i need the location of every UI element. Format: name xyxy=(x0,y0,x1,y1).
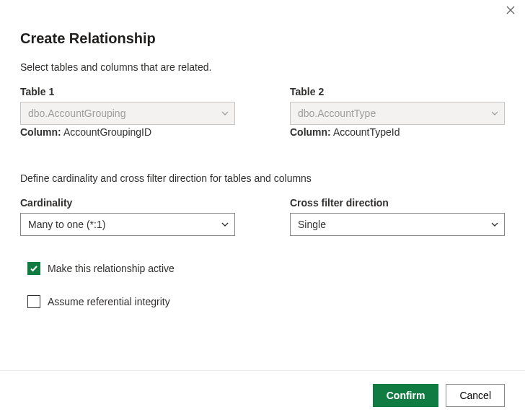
table2-column-label: Column: xyxy=(290,126,331,138)
referential-checkbox-row[interactable]: Assume referential integrity xyxy=(27,295,505,308)
active-checkbox-label: Make this relationship active xyxy=(48,263,175,274)
table2-select[interactable]: dbo.AccountType xyxy=(290,102,505,125)
chevron-down-icon xyxy=(491,221,498,228)
table1-select[interactable]: dbo.AccountGrouping xyxy=(20,102,235,125)
crossfilter-label: Cross filter direction xyxy=(290,197,505,209)
table2-value: dbo.AccountType xyxy=(298,108,376,119)
chevron-down-icon xyxy=(221,110,229,117)
referential-checkbox-label: Assume referential integrity xyxy=(48,296,170,307)
table2-column: Column: AccountTypeId xyxy=(290,126,505,138)
chevron-down-icon xyxy=(491,110,498,117)
table2-column-value: AccountTypeId xyxy=(333,126,400,138)
tables-row: Table 1 dbo.AccountGrouping Column: Acco… xyxy=(20,86,505,138)
close-button[interactable] xyxy=(506,6,518,17)
chevron-down-icon xyxy=(221,221,229,228)
table1-col: Table 1 dbo.AccountGrouping Column: Acco… xyxy=(20,86,235,138)
close-icon xyxy=(506,6,518,14)
dialog-title: Create Relationship xyxy=(20,30,505,47)
dialog-footer: Confirm Cancel xyxy=(0,370,525,420)
table1-value: dbo.AccountGrouping xyxy=(28,108,125,119)
active-checkbox-row[interactable]: Make this relationship active xyxy=(27,262,505,275)
table1-column-label: Column: xyxy=(20,126,61,138)
confirm-button[interactable]: Confirm xyxy=(373,384,439,407)
cardinality-col: Cardinality Many to one (*:1) xyxy=(20,197,235,236)
crossfilter-select[interactable]: Single xyxy=(290,213,505,236)
table2-label: Table 2 xyxy=(290,86,505,97)
checkmark-icon xyxy=(30,264,38,273)
table1-label: Table 1 xyxy=(20,86,235,97)
table2-col: Table 2 dbo.AccountType Column: AccountT… xyxy=(290,86,505,138)
dialog-subtitle: Select tables and columns that are relat… xyxy=(20,61,505,73)
table1-column: Column: AccountGroupingID xyxy=(20,126,235,138)
table1-column-value: AccountGroupingID xyxy=(63,126,151,138)
cardinality-row: Cardinality Many to one (*:1) Cross filt… xyxy=(20,197,505,236)
cardinality-value: Many to one (*:1) xyxy=(28,219,105,230)
referential-checkbox[interactable] xyxy=(27,295,40,308)
cardinality-label: Cardinality xyxy=(20,197,235,209)
cancel-button[interactable]: Cancel xyxy=(446,384,505,407)
active-checkbox[interactable] xyxy=(27,262,40,275)
cardinality-section-desc: Define cardinality and cross filter dire… xyxy=(20,172,505,184)
crossfilter-col: Cross filter direction Single xyxy=(290,197,505,236)
create-relationship-dialog: Create Relationship Select tables and co… xyxy=(0,0,525,420)
cardinality-select[interactable]: Many to one (*:1) xyxy=(20,213,235,236)
crossfilter-value: Single xyxy=(298,219,326,230)
